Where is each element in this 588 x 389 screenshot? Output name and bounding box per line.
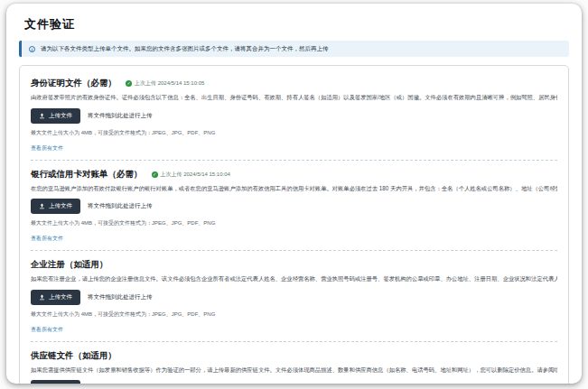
view-all-files-link[interactable]: 查看所有文件 [31,326,63,334]
screen: 文件验证 i 请为以下各文件类型上传单个文件。如果您的文件含多张图片或多个文件，… [0,0,588,389]
upload-row: 上传文件 将文件拖到此处进行上传 [31,108,557,124]
top-info-banner-text: 请为以下各文件类型上传单个文件。如果您的文件含多张图片或多个文件，请将其合并为一… [41,45,329,52]
drag-drop-hint: 将文件拖到此处进行上传 [88,293,153,301]
upload-icon [39,294,45,301]
upload-icon [39,113,45,119]
page-title: 文件验证 [24,16,569,32]
section-description: 如果您有注册企业，请上传您的企业注册信息文件。该文件必须包含企业所有者或法定代表… [31,275,557,283]
upload-file-button[interactable]: 上传文件 [31,290,80,305]
section-description: 在您的亚马逊账户添加的有效付款银行账户的银行对账单，或者在您的亚马逊账户添加的有… [31,185,557,193]
drag-drop-hint: 将文件拖到此处进行上传 [88,202,153,210]
upload-sections-card: 身份证明文件（必需） ✓ 上次上传 2024/5/14 15:10:05 由政府… [19,65,569,384]
last-upload-timestamp: 上次上传 2024/5/14 15:10:04 [161,171,230,179]
section-title: 银行或信用卡对账单（必需） [31,169,143,181]
upload-button-label: 上传文件 [49,112,72,120]
section-title: 企业注册（如适用） [31,259,108,271]
section-description: 由政府签发带照片的有效身份证件。证件必须包含以下信息：全名、出生日期、身份证号码… [31,94,557,102]
upload-file-button[interactable]: 上传文件 [31,380,80,384]
section-supply-chain: 供应链文件（如适用） 如果您需提供供应链文件（如发票和销售收据等）作为验证的一部… [31,342,557,384]
file-size-note: 最大文件上传大小为 4MB，可接受的文件格式为：JPEG、JPG、PDF、PNG [31,129,557,137]
upload-file-button[interactable]: 上传文件 [31,199,80,214]
info-icon: i [29,46,35,52]
check-icon: ✓ [126,80,132,87]
file-verification-page: 文件验证 i 请为以下各文件类型上传单个文件。如果您的文件含多张图片或多个文件，… [6,4,582,384]
top-info-banner: i 请为以下各文件类型上传单个文件。如果您的文件含多张图片或多个文件，请将其合并… [19,41,569,57]
check-icon: ✓ [152,171,158,178]
upload-file-button[interactable]: 上传文件 [31,108,80,124]
upload-row: 上传文件 将文件拖到此处进行上传 [31,199,557,214]
upload-button-label: 上传文件 [49,293,72,301]
upload-status-badge: ✓ 上次上传 2024/5/14 15:10:04 [152,171,230,179]
upload-button-label: 上传文件 [49,202,72,210]
section-head: 企业注册（如适用） [31,259,557,271]
file-size-note: 最大文件上传大小为 4MB，可接受的文件格式为：JPEG、JPG、PDF、PNG [31,219,557,227]
upload-row: 上传文件 将文件拖到此处进行上传 [31,290,557,305]
upload-icon [39,203,45,209]
section-title: 身份证明文件（必需） [31,78,117,89]
view-all-files-link[interactable]: 查看所有文件 [31,235,63,243]
file-size-note: 最大文件上传大小为 4MB，可接受的文件格式为：JPEG、JPG、PDF、PNG [31,310,557,319]
view-all-files-link[interactable]: 查看所有文件 [31,144,63,153]
drag-drop-hint: 将文件拖到此处进行上传 [88,112,153,120]
section-head: 身份证明文件（必需） ✓ 上次上传 2024/5/14 15:10:05 [31,78,557,89]
section-title: 供应链文件（如适用） [31,350,117,362]
section-head: 供应链文件（如适用） [31,350,557,362]
section-bank-statement: 银行或信用卡对账单（必需） ✓ 上次上传 2024/5/14 15:10:04 … [31,161,557,252]
section-description: 如果您需提供供应链文件（如发票和销售收据等）作为验证的一部分，请上传最新的供应链… [31,366,557,375]
section-head: 银行或信用卡对账单（必需） ✓ 上次上传 2024/5/14 15:10:04 [31,169,557,181]
section-business-registration: 企业注册（如适用） 如果您有注册企业，请上传您的企业注册信息文件。该文件必须包含… [31,251,557,342]
upload-row: 上传文件 将文件拖到此处进行上传 [31,380,557,384]
section-identity-document: 身份证明文件（必需） ✓ 上次上传 2024/5/14 15:10:05 由政府… [31,69,557,161]
last-upload-timestamp: 上次上传 2024/5/14 15:10:05 [135,79,204,88]
upload-status-badge: ✓ 上次上传 2024/5/14 15:10:05 [126,79,204,88]
